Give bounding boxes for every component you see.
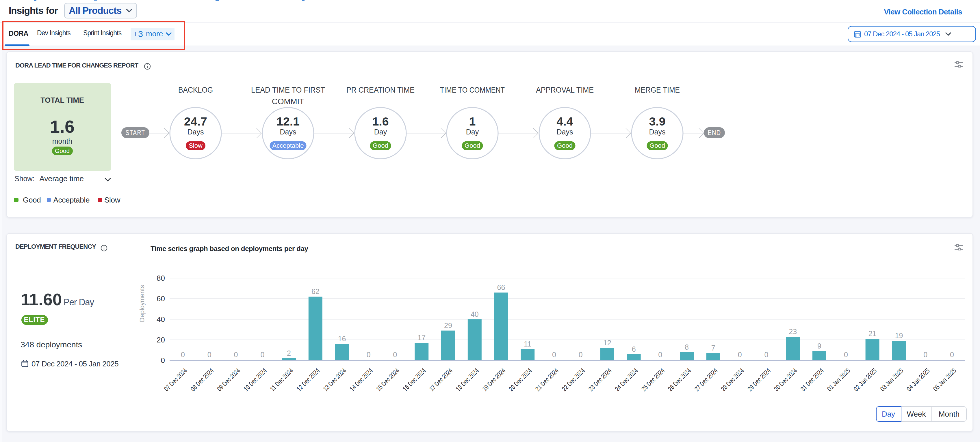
svg-text:7: 7	[711, 344, 715, 352]
svg-text:9: 9	[817, 342, 821, 350]
svg-text:07 Dec 2024: 07 Dec 2024	[163, 367, 189, 393]
svg-text:0: 0	[950, 350, 954, 359]
svg-text:12 Dec 2024: 12 Dec 2024	[295, 367, 321, 393]
svg-text:0: 0	[579, 350, 583, 359]
svg-text:COMMIT: COMMIT	[272, 97, 304, 106]
svg-text:0: 0	[234, 350, 238, 359]
svg-text:16 Dec 2024: 16 Dec 2024	[401, 367, 427, 393]
svg-text:Good: Good	[557, 142, 573, 149]
svg-text:Good: Good	[649, 142, 665, 149]
svg-text:Days: Days	[649, 128, 666, 136]
svg-text:Slow: Slow	[189, 142, 202, 149]
svg-text:09 Dec 2024: 09 Dec 2024	[216, 367, 242, 393]
svg-text:MERGE TIME: MERGE TIME	[635, 86, 680, 94]
svg-text:62: 62	[312, 287, 320, 295]
svg-text:0: 0	[181, 350, 185, 359]
svg-text:6: 6	[632, 345, 636, 353]
svg-text:17: 17	[417, 334, 426, 342]
svg-text:Good: Good	[373, 142, 388, 149]
svg-text:12.1: 12.1	[277, 115, 300, 128]
svg-text:08 Dec 2024: 08 Dec 2024	[189, 367, 215, 393]
svg-text:0: 0	[260, 350, 264, 359]
svg-text:29: 29	[444, 322, 452, 330]
svg-text:19 Dec 2024: 19 Dec 2024	[481, 367, 507, 393]
svg-text:8: 8	[685, 343, 689, 351]
svg-text:28 Dec 2024: 28 Dec 2024	[719, 367, 745, 393]
svg-text:30 Dec 2024: 30 Dec 2024	[773, 367, 799, 393]
svg-text:25 Dec 2024: 25 Dec 2024	[640, 367, 666, 393]
svg-text:Deployments: Deployments	[139, 285, 146, 322]
svg-text:3.9: 3.9	[649, 115, 666, 128]
svg-text:26 Dec 2024: 26 Dec 2024	[667, 367, 692, 393]
svg-text:40: 40	[157, 315, 165, 324]
svg-text:12: 12	[603, 339, 611, 347]
svg-text:27 Dec 2024: 27 Dec 2024	[693, 367, 719, 393]
svg-text:03 Jan 2025: 03 Jan 2025	[878, 367, 905, 393]
svg-text:80: 80	[157, 274, 165, 282]
svg-text:21 Dec 2024: 21 Dec 2024	[534, 367, 560, 393]
svg-text:29 Dec 2024: 29 Dec 2024	[746, 367, 772, 393]
svg-text:Day: Day	[466, 128, 479, 136]
svg-text:4.4: 4.4	[557, 115, 573, 128]
svg-text:24 Dec 2024: 24 Dec 2024	[613, 367, 640, 393]
svg-text:Acceptable: Acceptable	[272, 142, 304, 149]
svg-text:0: 0	[658, 350, 662, 359]
svg-text:Days: Days	[557, 128, 573, 136]
svg-text:21: 21	[869, 330, 877, 337]
svg-text:LEAD TIME TO FIRST: LEAD TIME TO FIRST	[251, 86, 325, 94]
svg-text:40: 40	[471, 310, 479, 318]
svg-text:PR CREATION TIME: PR CREATION TIME	[347, 86, 415, 94]
svg-text:60: 60	[157, 294, 165, 303]
svg-text:66: 66	[497, 283, 505, 291]
svg-text:19: 19	[895, 331, 903, 340]
svg-text:0: 0	[738, 350, 742, 359]
svg-text:11 Dec 2024: 11 Dec 2024	[269, 367, 295, 393]
svg-text:1: 1	[469, 115, 476, 128]
svg-text:02 Jan 2025: 02 Jan 2025	[852, 367, 878, 393]
svg-text:11: 11	[524, 340, 531, 348]
svg-text:13 Dec 2024: 13 Dec 2024	[321, 367, 348, 393]
svg-text:0: 0	[393, 350, 397, 359]
svg-text:23 Dec 2024: 23 Dec 2024	[587, 367, 613, 393]
svg-text:START: START	[126, 129, 145, 136]
svg-text:1.6: 1.6	[372, 115, 389, 128]
svg-text:APPROVAL TIME: APPROVAL TIME	[536, 86, 594, 94]
svg-text:Day: Day	[374, 128, 387, 136]
svg-text:20: 20	[157, 336, 165, 344]
svg-text:04 Jan 2025: 04 Jan 2025	[905, 367, 931, 393]
svg-text:TIME TO COMMENT: TIME TO COMMENT	[440, 86, 505, 94]
svg-text:31 Dec 2024: 31 Dec 2024	[799, 367, 825, 393]
svg-text:14 Dec 2024: 14 Dec 2024	[348, 367, 374, 393]
svg-text:0: 0	[844, 350, 848, 359]
svg-text:20 Dec 2024: 20 Dec 2024	[508, 367, 533, 393]
svg-text:05 Jan 2025: 05 Jan 2025	[932, 367, 958, 393]
svg-text:16: 16	[338, 335, 346, 343]
svg-text:BACKLOG: BACKLOG	[178, 86, 213, 94]
svg-text:Good: Good	[465, 142, 480, 149]
svg-text:0: 0	[161, 356, 165, 365]
svg-text:2: 2	[287, 349, 291, 357]
svg-text:0: 0	[207, 350, 212, 359]
svg-text:0: 0	[923, 350, 928, 359]
svg-text:0: 0	[552, 350, 556, 359]
svg-text:0: 0	[764, 350, 768, 359]
svg-text:18 Dec 2024: 18 Dec 2024	[455, 367, 480, 393]
svg-text:22 Dec 2024: 22 Dec 2024	[560, 367, 587, 393]
svg-text:Days: Days	[280, 128, 296, 136]
svg-text:Days: Days	[188, 128, 204, 136]
svg-text:0: 0	[367, 350, 371, 359]
svg-text:01 Jan 2025: 01 Jan 2025	[826, 367, 852, 393]
svg-text:15 Dec 2024: 15 Dec 2024	[375, 367, 401, 393]
svg-text:10 Dec 2024: 10 Dec 2024	[242, 367, 268, 393]
svg-text:17 Dec 2024: 17 Dec 2024	[428, 367, 454, 393]
svg-text:23: 23	[789, 328, 797, 336]
svg-text:END: END	[708, 129, 721, 136]
svg-text:24.7: 24.7	[184, 115, 207, 128]
